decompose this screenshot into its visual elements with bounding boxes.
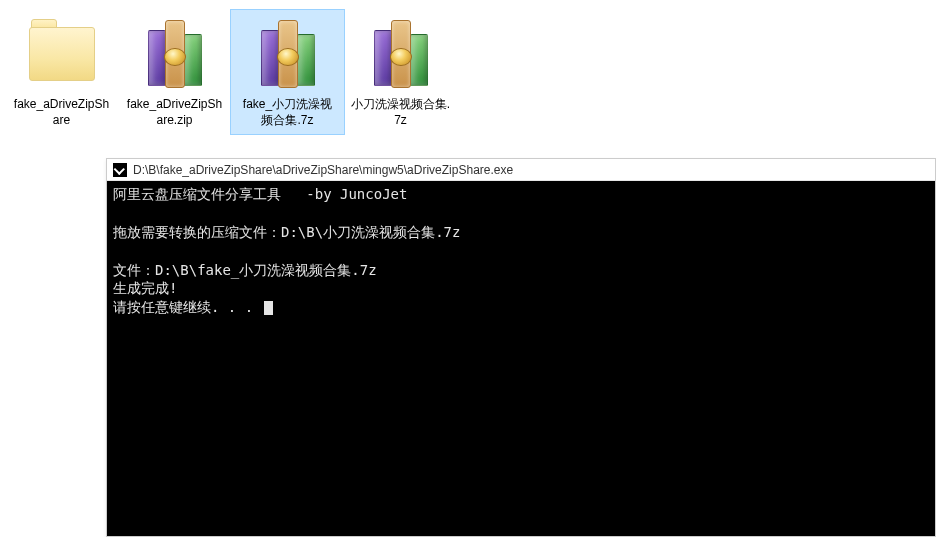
cmd-icon xyxy=(113,163,127,177)
file-item-folder[interactable]: fake_aDriveZipShare xyxy=(5,10,118,134)
console-line: 文件：D:\B\fake_小刀洗澡视频合集.7z xyxy=(113,262,377,278)
file-item-archive[interactable]: 小刀洗澡视频合集.7z xyxy=(344,10,457,134)
cursor-icon xyxy=(264,301,273,315)
console-title-text: D:\B\fake_aDriveZipShare\aDriveZipShare\… xyxy=(133,163,513,177)
console-window[interactable]: D:\B\fake_aDriveZipShare\aDriveZipShare\… xyxy=(106,158,936,537)
folder-icon xyxy=(22,16,102,92)
archive-icon xyxy=(135,16,215,92)
file-label: fake_aDriveZipShare xyxy=(9,96,114,128)
console-title-bar[interactable]: D:\B\fake_aDriveZipShare\aDriveZipShare\… xyxy=(107,159,935,181)
file-explorer-area: fake_aDriveZipShare fake_aDriveZipShare.… xyxy=(0,0,936,144)
console-body[interactable]: 阿里云盘压缩文件分享工具 -by JuncoJet 拖放需要转换的压缩文件：D:… xyxy=(107,181,935,536)
file-item-archive-selected[interactable]: fake_小刀洗澡视频合集.7z xyxy=(231,10,344,134)
file-item-archive[interactable]: fake_aDriveZipShare.zip xyxy=(118,10,231,134)
file-label: 小刀洗澡视频合集.7z xyxy=(348,96,453,128)
console-line: 生成完成! xyxy=(113,280,177,296)
console-line: 请按任意键继续. . . xyxy=(113,299,262,315)
archive-icon xyxy=(248,16,328,92)
archive-icon xyxy=(361,16,441,92)
file-label: fake_aDriveZipShare.zip xyxy=(122,96,227,128)
file-label: fake_小刀洗澡视频合集.7z xyxy=(235,96,340,128)
console-line: 拖放需要转换的压缩文件：D:\B\小刀洗澡视频合集.7z xyxy=(113,224,460,240)
console-line: 阿里云盘压缩文件分享工具 -by JuncoJet xyxy=(113,186,407,202)
